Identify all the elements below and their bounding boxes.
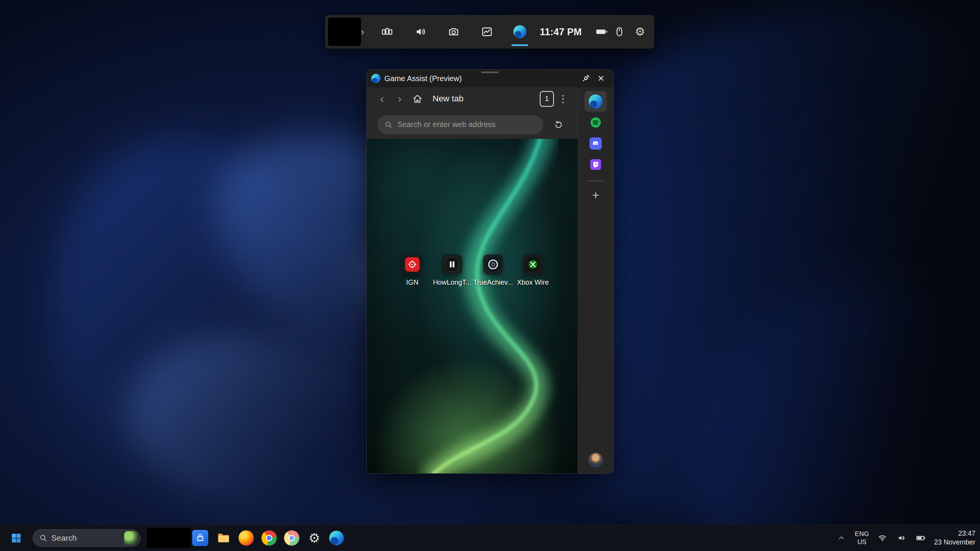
- spotify-icon: [590, 116, 602, 129]
- edge-icon: [589, 95, 603, 108]
- home-button[interactable]: [410, 90, 425, 107]
- mouse-icon: [614, 26, 625, 37]
- more-menu-button[interactable]: ⋮: [556, 90, 570, 107]
- audio-widget-button[interactable]: [412, 15, 429, 49]
- chrome-icon: [261, 530, 277, 546]
- window-titlebar[interactable]: Game Assist (Preview) ×: [367, 70, 613, 87]
- battery-button[interactable]: [915, 530, 926, 546]
- volume-button[interactable]: [896, 530, 907, 546]
- profile-avatar[interactable]: [588, 453, 603, 467]
- performance-widget-button[interactable]: [479, 15, 495, 49]
- gamebar-mouse-button[interactable]: [611, 15, 628, 49]
- taskbar: Search ⚙: [0, 525, 980, 551]
- network-button[interactable]: [877, 530, 888, 546]
- address-bar-row: [367, 110, 578, 139]
- start-button[interactable]: [8, 533, 24, 543]
- refresh-button[interactable]: [550, 116, 567, 133]
- trueachievements-logo-icon: [486, 257, 500, 272]
- active-widget-indicator: [511, 44, 528, 46]
- ellipsis-vertical-icon: ⋮: [558, 93, 568, 105]
- windows-logo-icon: [11, 533, 21, 543]
- speaker-icon: [415, 26, 427, 38]
- firefox-icon: [238, 530, 254, 546]
- pin-icon: [581, 73, 591, 83]
- home-icon: [412, 94, 423, 104]
- browser-nav-bar: ‹ › New tab 1 ⋮: [367, 87, 578, 110]
- site-shortcuts: IGN HowLongT...: [367, 254, 578, 312]
- gear-icon: ⚙: [635, 26, 645, 37]
- taskbar-search-box[interactable]: Search: [33, 529, 140, 547]
- taskbar-search-label: Search: [51, 533, 120, 543]
- capture-widget-button[interactable]: [445, 15, 462, 49]
- camera-icon: [448, 26, 460, 38]
- window-drag-handle[interactable]: [481, 72, 499, 73]
- sidebar-item-discord[interactable]: [585, 133, 607, 154]
- gamebar-battery-button: [593, 15, 610, 49]
- taskbar-icon-edge[interactable]: [328, 531, 345, 545]
- system-tray: ENG US: [836, 525, 975, 551]
- app-window-thumbnail[interactable]: [147, 528, 191, 548]
- address-bar[interactable]: [377, 115, 543, 134]
- language-indicator[interactable]: ENG US: [855, 530, 869, 546]
- gamebar-clock: 11:47 PM: [532, 15, 590, 49]
- search-input[interactable]: [397, 120, 536, 129]
- chevron-left-icon: ‹: [380, 92, 384, 105]
- gamebar-settings-button[interactable]: ⚙: [632, 15, 648, 49]
- widgets-icon: [381, 26, 393, 38]
- sidebar-item-spotify[interactable]: [585, 112, 607, 133]
- taskbar-clock[interactable]: 23:47 23 November: [934, 529, 975, 547]
- taskbar-icon-settings[interactable]: ⚙: [306, 531, 322, 544]
- chevron-right-icon: ›: [361, 26, 364, 38]
- plus-icon: +: [592, 188, 599, 202]
- battery-icon: [916, 533, 926, 543]
- desktop: › 11:47: [0, 0, 980, 551]
- ign-logo-icon: [405, 257, 420, 272]
- expand-captures-button[interactable]: ›: [357, 15, 368, 49]
- performance-graph-icon: [481, 26, 493, 38]
- game-bar: › 11:47: [325, 15, 654, 49]
- taskbar-icon-firefox[interactable]: [238, 530, 254, 546]
- tab-title: New tab: [433, 94, 537, 104]
- hidden-icons-button[interactable]: [836, 530, 847, 546]
- widgets-menu-button[interactable]: [379, 15, 395, 49]
- taskbar-icon-chrome-beta[interactable]: [284, 530, 300, 546]
- search-highlight-image[interactable]: [124, 531, 138, 545]
- sidebar-item-edge[interactable]: [585, 91, 607, 112]
- edge-icon: [329, 531, 344, 545]
- forward-button[interactable]: ›: [392, 90, 407, 107]
- sidebar-separator: [587, 181, 604, 181]
- howlongtobeat-logo-icon: [446, 257, 459, 272]
- capture-preview[interactable]: [328, 18, 361, 46]
- battery-icon: [595, 25, 608, 38]
- search-icon: [39, 534, 47, 542]
- edge-icon: [371, 74, 381, 83]
- shortcut-howlongtobeat[interactable]: HowLongT...: [430, 254, 474, 287]
- taskbar-icon-chrome[interactable]: [261, 530, 277, 546]
- new-tab-page: IGN HowLongT...: [367, 139, 578, 473]
- speaker-icon: [897, 533, 906, 543]
- shortcut-ign[interactable]: IGN: [390, 254, 434, 287]
- refresh-icon: [554, 120, 564, 130]
- tab-counter-button[interactable]: 1: [540, 91, 554, 107]
- discord-icon: [590, 137, 602, 150]
- shortcut-trueachievements[interactable]: TrueAchiev...: [471, 254, 515, 287]
- close-window-button[interactable]: ×: [593, 72, 609, 85]
- taskbar-icon-store[interactable]: [192, 530, 208, 546]
- game-assist-widget-button[interactable]: [511, 15, 528, 49]
- game-assist-sidebar: +: [578, 87, 613, 473]
- wifi-icon: [878, 533, 887, 543]
- add-site-button[interactable]: +: [587, 187, 604, 204]
- sidebar-item-twitch[interactable]: [585, 154, 607, 175]
- shortcut-xbox-wire[interactable]: Xbox Wire: [511, 254, 555, 287]
- taskbar-icon-file-explorer[interactable]: [216, 531, 232, 545]
- folder-icon: [217, 531, 230, 545]
- window-title: Game Assist (Preview): [384, 74, 578, 83]
- twitch-icon: [590, 159, 601, 170]
- game-assist-window: Game Assist (Preview) × ‹: [366, 69, 614, 474]
- gear-icon: ⚙: [309, 531, 320, 544]
- edge-icon: [513, 25, 526, 38]
- chevron-right-icon: ›: [398, 92, 402, 105]
- pin-window-button[interactable]: [578, 72, 593, 85]
- store-icon: [192, 530, 208, 546]
- back-button[interactable]: ‹: [374, 90, 390, 107]
